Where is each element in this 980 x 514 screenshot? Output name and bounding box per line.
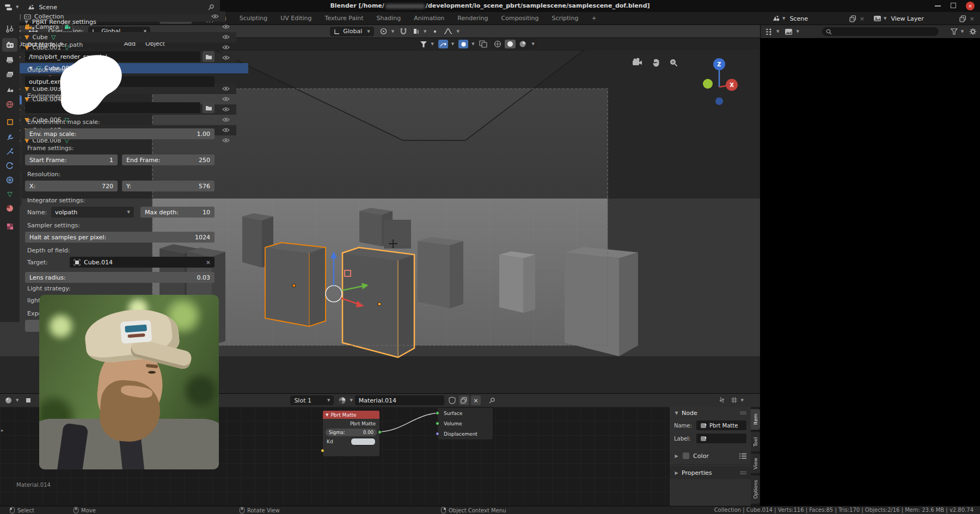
snap-magnet-icon[interactable] (400, 27, 407, 35)
output-socket[interactable] (378, 430, 382, 434)
overlays-dropdown[interactable]: ▼ (458, 40, 474, 48)
unlink-material-button[interactable]: × (471, 395, 481, 405)
shading-material-icon[interactable] (519, 40, 526, 48)
tab-physics[interactable] (2, 159, 17, 172)
dof-section-label: Depth of field: (27, 247, 70, 254)
gizmos-dropdown[interactable]: ▼ (438, 40, 454, 48)
node-output-label: Pbrt Matte (350, 421, 376, 426)
frame-section-label: Frame settings: (27, 146, 74, 152)
properties-panel-title[interactable]: Properties (682, 469, 712, 476)
resolution-x-slider[interactable]: X:720 (25, 181, 118, 191)
clear-target-icon[interactable]: × (206, 259, 211, 266)
sidebar-tab-tool[interactable]: Tool (751, 432, 760, 451)
status-bar: Select Move Rotate View Object Context M… (0, 506, 980, 514)
maximize-button[interactable] (951, 3, 956, 8)
zoom-icon[interactable] (669, 58, 678, 67)
outliner-search-input[interactable] (822, 27, 939, 36)
transform-orientation-dropdown[interactable]: Global▼ (330, 27, 373, 36)
snap-target-dropdown[interactable]: ▼ (413, 28, 426, 35)
editor-type-dropdown[interactable]: ▼ (765, 28, 779, 35)
end-frame-slider[interactable]: End Frame:250 (122, 154, 215, 165)
sidebar-tab-view[interactable]: View (751, 454, 760, 473)
workspace-tab-compositing[interactable]: Compositing (495, 13, 545, 24)
workspace-tab-scripting[interactable]: Scripting (546, 13, 584, 24)
snap-node-icon[interactable] (719, 397, 725, 404)
resolution-y-slider[interactable]: Y:576 (122, 181, 215, 191)
fake-user-shield-icon[interactable] (449, 397, 456, 404)
node-name-label: Name: (674, 423, 694, 429)
displacement-socket[interactable] (436, 432, 439, 436)
sidebar-tab-item[interactable]: Item (751, 409, 760, 430)
workspace-tab-animation[interactable]: Animation (408, 13, 450, 24)
pbrt-matte-node[interactable]: ▼ Pbrt Matte Pbrt Matte Sigma: 0.00 Kd (322, 410, 380, 457)
object-type-visibility-dropdown[interactable]: ▼ (420, 41, 433, 48)
filter-dropdown[interactable]: ▼ (951, 28, 964, 35)
color-section-label[interactable]: Color (693, 453, 709, 460)
workspace-tab-sculpting[interactable]: Sculpting (234, 13, 273, 24)
kd-label: Kd (327, 439, 333, 444)
workspace-tab-texture-paint[interactable]: Texture Paint (319, 13, 370, 24)
workspace-tab-rendering[interactable]: Rendering (451, 13, 494, 24)
tab-material[interactable] (2, 201, 17, 215)
integrator-name-label: Name: (27, 209, 47, 216)
material-output-node[interactable]: Surface Volume Displacement (437, 407, 493, 440)
node-panel-title[interactable]: Node (682, 410, 697, 417)
tab-object-data[interactable]: ▽ (2, 187, 17, 201)
surface-socket[interactable] (436, 411, 439, 415)
properties-tab-column: ▽ (0, 146, 20, 322)
unlink-scene-icon[interactable]: × (860, 15, 865, 22)
remove-view-layer-icon[interactable]: × (970, 15, 975, 22)
pivot-point-dropdown[interactable]: ▼ (379, 27, 394, 35)
volume-socket[interactable] (436, 422, 439, 425)
show-gizmo-toggle[interactable] (438, 40, 448, 48)
halt-samples-slider[interactable]: Halt at samples per pixel:1024 (25, 232, 215, 243)
sigma-slider[interactable]: Sigma: 0.00 (326, 429, 377, 436)
camera-view-icon[interactable] (632, 58, 644, 67)
material-browse-dropdown[interactable]: ▼ (338, 397, 352, 405)
add-workspace-button[interactable]: + (585, 13, 602, 24)
slot-dropdown[interactable]: Slot 1▼ (290, 395, 334, 405)
minimize-button[interactable] (935, 5, 941, 7)
scene-selector[interactable]: ▼ Scene × (772, 14, 865, 23)
color-checkbox[interactable] (683, 453, 689, 459)
close-button[interactable]: × (966, 2, 975, 10)
show-overlays-toggle[interactable] (458, 40, 468, 48)
display-mode-dropdown[interactable]: ▼ (785, 28, 799, 35)
shading-solid-active[interactable] (505, 40, 516, 48)
kd-socket[interactable] (321, 449, 324, 453)
view-layer-selector[interactable]: ▼ View Layer × (873, 14, 975, 23)
proportional-editing-toggle[interactable] (432, 28, 438, 35)
node-overlay-dropdown[interactable]: ▼ (731, 397, 744, 404)
start-frame-slider[interactable]: Start Frame:1 (25, 154, 118, 165)
pin-icon[interactable] (488, 397, 495, 404)
list-icon[interactable] (739, 453, 746, 459)
hint-select: Select (10, 507, 34, 513)
sidebar-tab-options[interactable]: Options (751, 475, 760, 504)
material-name-field[interactable]: Material.014 (355, 395, 444, 405)
shader-editor-type-dropdown[interactable]: ▼ (4, 397, 19, 404)
tab-particles[interactable] (2, 146, 17, 158)
scene-name: Scene (789, 15, 808, 22)
node-name-field[interactable]: Pbrt Matte (696, 420, 746, 430)
max-depth-slider[interactable]: Max depth:10 (140, 207, 215, 218)
new-view-layer-icon[interactable] (959, 15, 966, 22)
workspace-tab-shading[interactable]: Shading (371, 13, 407, 24)
gear-icon[interactable] (969, 28, 977, 35)
kd-color-swatch[interactable] (351, 438, 376, 445)
shading-wireframe-icon[interactable] (494, 40, 501, 48)
new-scene-icon[interactable] (849, 15, 856, 22)
axis-gizmo[interactable]: Z X (695, 55, 744, 107)
falloff-dropdown[interactable]: ▼ (444, 28, 459, 35)
new-material-button[interactable] (459, 395, 469, 405)
tab-constraints[interactable] (2, 173, 17, 187)
xray-toggle-icon[interactable] (479, 40, 487, 48)
lens-radius-slider[interactable]: Lens radius:0.03 (25, 272, 215, 283)
target-object-field[interactable]: Cube.014 × (70, 257, 215, 268)
axis-z-label[interactable]: Z (717, 61, 721, 67)
node-label-field[interactable] (696, 434, 746, 443)
axis-x-label[interactable]: X (730, 82, 734, 88)
pan-hand-icon[interactable] (651, 58, 661, 67)
integrator-name-dropdown[interactable]: volpath▼ (51, 207, 134, 218)
workspace-tab-uv-editing[interactable]: UV Editing (274, 13, 317, 24)
tab-texture[interactable] (2, 220, 17, 233)
